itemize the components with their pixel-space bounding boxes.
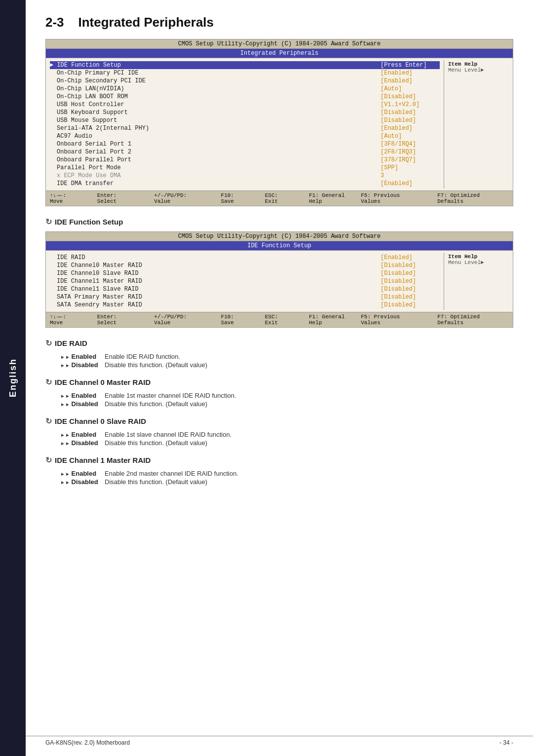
bios-left-2: IDE RAID [Enabled] IDE Channel0 Master R… [46, 253, 444, 310]
bios-row-serial2[interactable]: Onboard Serial Port 2 [2F8/IRQ3] [50, 148, 440, 156]
desc-item-ch0-master-enabled: Enabled Enable 1st master channel IDE RA… [45, 392, 513, 399]
desc-text-ch0-master-enabled: Enable 1st master channel IDE RAID funct… [105, 392, 513, 399]
bios-footer-f10-2: F10: Save [221, 314, 250, 326]
bios-value-secondary-pci: [Enabled] [381, 77, 440, 84]
bios-label-lan-nvidia: On-Chip LAN(nVIDIA) [50, 85, 381, 92]
bios-footer-f10-1: F10: Save [221, 192, 250, 204]
bios-label-parallel: Onboard Parallel Port [50, 156, 381, 163]
bios-label-primary-pci: On-Chip Primary PCI IDE [50, 70, 381, 76]
bios-row-parallel[interactable]: Onboard Parallel Port [378/IRQ7] [50, 156, 440, 164]
bios-footer-esc-1: ESC: Exit [265, 192, 294, 204]
bios-row-serial-ata[interactable]: Serial-ATA 2(Internal PHY) [Enabled] [50, 124, 440, 132]
bios-row-ide-raid[interactable]: IDE RAID [Enabled] [50, 254, 440, 262]
bios-row-lan-nvidia[interactable]: On-Chip LAN(nVIDIA) [Auto] [50, 85, 440, 93]
desc-section-ch0-master: Enabled Enable 1st master channel IDE RA… [45, 392, 513, 408]
bios-row-parallel-mode[interactable]: Parallel Port Mode [SPP] [50, 164, 440, 172]
sub-heading-label-ch0-slave: IDE Channel 0 Slave RAID [55, 417, 146, 425]
bios-row-ide-function-setup[interactable]: ► IDE Function Setup [Press Enter] [50, 61, 440, 69]
sub-heading-ch1-master-raid: IDE Channel 1 Master RAID [45, 455, 513, 465]
desc-section-ide-raid: Enabled Enable IDE RAID function. Disabl… [45, 353, 513, 369]
bios-value-serial2: [2F8/IRQ3] [381, 149, 440, 155]
bios-row-ch0-slave[interactable]: IDE Channel0 Slave RAID [Disabled] [50, 269, 440, 277]
sub-heading-label-1: IDE Function Setup [55, 218, 123, 226]
bios-value-ac97: [Auto] [381, 133, 440, 140]
bios-help-title-2: Item Help [448, 254, 509, 260]
desc-text-ch1-master-disabled: Disable this function. (Default value) [105, 478, 513, 486]
footer-left: GA-K8NS(rev. 2.0) Motherboard [45, 739, 130, 746]
desc-bullet-ch0-slave-enabled: Enabled [45, 431, 105, 438]
desc-text-ch0-slave-disabled: Disable this function. (Default value) [105, 439, 513, 447]
bios-row-ch1-master[interactable]: IDE Channel1 Master RAID [Disabled] [50, 277, 440, 285]
bios-value-serial1: [3F8/IRQ4] [381, 141, 440, 148]
bios-footer-f5-1: F5: Previous Values [361, 192, 422, 204]
bios-row-usb-host[interactable]: USB Host Controller [V1.1+V2.0] [50, 101, 440, 109]
bios-value-usb-keyboard: [Disabled] [381, 109, 440, 116]
bios-row-lan-boot-rom[interactable]: On-Chip LAN BOOT ROM [Disabled] [50, 93, 440, 101]
desc-text-ch0-master-disabled: Disable this function. (Default value) [105, 400, 513, 408]
bios-value-ch0-master: [Disabled] [381, 262, 440, 269]
bios-row-primary-pci[interactable]: On-Chip Primary PCI IDE [Enabled] [50, 69, 440, 77]
bios-label-parallel-mode: Parallel Port Mode [50, 164, 381, 171]
bios-row-serial1[interactable]: Onboard Serial Port 1 [3F8/IRQ4] [50, 140, 440, 148]
section-title: 2-3 Integrated Peripherals [45, 15, 513, 30]
bios-footer-value-2: +/-/PU/PD: Value [154, 314, 206, 326]
sidebar-label: English [8, 358, 18, 397]
desc-bullet-ch0-slave-disabled: Disabled [45, 439, 105, 447]
bios-label-sata-primary: SATA Primary Master RAID [50, 294, 381, 301]
desc-item-ch1-master-enabled: Enabled Enable 2nd master channel IDE RA… [45, 470, 513, 477]
bios-row-ac97[interactable]: AC97 Audio [Auto] [50, 132, 440, 140]
desc-bullet-ch1-master-enabled: Enabled [45, 470, 105, 477]
bios-value-lan-nvidia: [Auto] [381, 85, 440, 92]
bios-row-ecp-dma: x ECP Mode Use DMA 3 [50, 172, 440, 180]
bios-label-ch1-master: IDE Channel1 Master RAID [50, 278, 381, 285]
bios-footer-f7-1: F7: Optimized Defaults [437, 192, 509, 204]
desc-item-ch0-slave-enabled: Enabled Enable 1st slave channel IDE RAI… [45, 431, 513, 438]
sub-heading-label-ch1-master: IDE Channel 1 Master RAID [55, 456, 151, 464]
footer-right: - 34 - [499, 739, 513, 746]
sub-heading-ch0-slave-raid: IDE Channel 0 Slave RAID [45, 416, 513, 426]
bios-label-usb-host: USB Host Controller [50, 101, 381, 108]
bios-label-serial1: Onboard Serial Port 1 [50, 141, 381, 148]
bios-row-sata-secondary[interactable]: SATA Seendry Master RAID [Disabled] [50, 301, 440, 309]
desc-text-ide-raid-enabled: Enable IDE RAID function. [105, 353, 513, 360]
desc-text-ide-raid-disabled: Disable this function. (Default value) [105, 361, 513, 369]
bios-value-lan-boot-rom: [Disabled] [381, 93, 440, 100]
bios-footer-move-1: ↑↓→←: Move [50, 192, 82, 204]
bios-subtitle-2: IDE Function Setup [46, 241, 513, 251]
bios-value-ch1-slave: [Disabled] [381, 286, 440, 293]
bios-row-usb-mouse[interactable]: USB Mouse Support [Disabled] [50, 116, 440, 124]
sub-heading-ide-function-setup: IDE Function Setup [45, 217, 513, 227]
sidebar: English [0, 0, 26, 756]
bios-footer-1: ↑↓→←: Move Enter: Select +/-/PU/PD: Valu… [46, 190, 513, 206]
desc-bullet-ide-raid-enabled: Enabled [45, 353, 105, 360]
bios-row-sata-primary[interactable]: SATA Primary Master RAID [Disabled] [50, 293, 440, 301]
desc-item-ide-raid-disabled: Disabled Disable this function. (Default… [45, 361, 513, 369]
bios-row-ide-dma[interactable]: IDE DMA transfer [Enabled] [50, 180, 440, 188]
bios-help-body-2: Menu Level► [448, 260, 509, 265]
bios-label-ac97: AC97 Audio [50, 133, 381, 140]
bios-value-ide-dma: [Enabled] [381, 180, 440, 187]
bios-footer-move-2: ↑↓→←: Move [50, 314, 82, 326]
desc-text-ch1-master-enabled: Enable 2nd master channel IDE RAID funct… [105, 470, 513, 477]
bios-label-ch1-slave: IDE Channel1 Slave RAID [50, 286, 381, 293]
bios-footer-f7-2: F7: Optimized Defaults [437, 314, 509, 326]
bios-label-ecp-dma: x ECP Mode Use DMA [50, 172, 381, 179]
bios-footer-right-2: F5: Previous Values F7: Optimized Defaul… [361, 314, 509, 326]
bios-value-usb-host: [V1.1+V2.0] [381, 101, 440, 108]
bios-body-2: IDE RAID [Enabled] IDE Channel0 Master R… [46, 251, 513, 312]
bios-value-usb-mouse: [Disabled] [381, 117, 440, 124]
bios-help-2: Item Help Menu Level► [444, 253, 513, 310]
bios-footer-value-1: +/-/PU/PD: Value [154, 192, 206, 204]
bios-row-usb-keyboard[interactable]: USB Keyboard Support [Disabled] [50, 109, 440, 116]
bios-row-secondary-pci[interactable]: On-Chip Secondary PCI IDE [Enabled] [50, 77, 440, 85]
sub-heading-ide-raid: IDE RAID [45, 339, 513, 348]
bios-row-ch0-master[interactable]: IDE Channel0 Master RAID [Disabled] [50, 262, 440, 269]
bios-footer-esc-2: ESC: Exit [265, 314, 294, 326]
bios-body-1: ► IDE Function Setup [Press Enter] On-Ch… [46, 58, 513, 190]
desc-bullet-ch0-master-disabled: Disabled [45, 400, 105, 408]
bios-label-ide-raid: IDE RAID [50, 254, 381, 261]
bios-row-ch1-slave[interactable]: IDE Channel1 Slave RAID [Disabled] [50, 285, 440, 293]
bios-value-sata-primary: [Disabled] [381, 294, 440, 301]
bios-value-parallel: [378/IRQ7] [381, 156, 440, 163]
bios-label-serial-ata: Serial-ATA 2(Internal PHY) [50, 125, 381, 132]
